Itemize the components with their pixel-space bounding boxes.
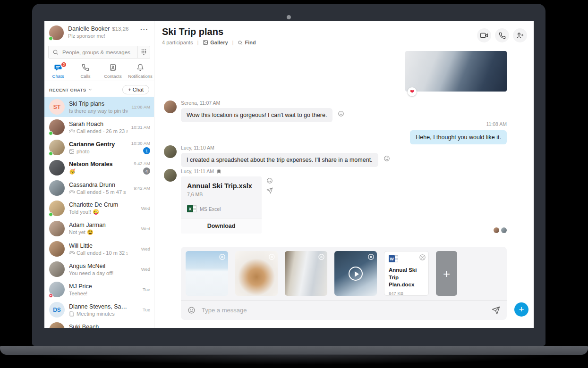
- shared-photo-ski-slope[interactable]: ❤: [405, 51, 507, 92]
- search-bar[interactable]: [48, 46, 150, 59]
- chat-name: Angus McNeil: [69, 263, 128, 269]
- add-people-button[interactable]: [513, 28, 527, 42]
- tab-chats[interactable]: 2 Chats: [44, 64, 72, 81]
- seen-by-avatars[interactable]: [494, 227, 507, 233]
- profile-row[interactable]: Danielle Booker$13,26 Plz sponsor me! ⋯: [49, 25, 149, 42]
- remove-attachment-icon[interactable]: [318, 253, 325, 260]
- avatar: [49, 180, 65, 196]
- participants-count[interactable]: 4 participants: [162, 40, 193, 45]
- remove-attachment-icon[interactable]: [219, 253, 226, 260]
- recent-chats-dropdown[interactable]: RECENT CHATS: [49, 87, 93, 92]
- add-reaction-icon[interactable]: [266, 177, 273, 184]
- tab-calls[interactable]: Calls: [72, 64, 99, 81]
- chat-preview: Meeting minutes: [77, 311, 115, 317]
- avatar: [49, 241, 65, 257]
- chat-list-item-ski-trip-plans[interactable]: ST Ski Trip plans Is there any way to pi…: [44, 97, 154, 117]
- message-bubble[interactable]: Wow this location is gorgeous! I can't w…: [181, 108, 332, 122]
- dialpad-button[interactable]: [137, 46, 150, 58]
- find-link[interactable]: Find: [238, 40, 256, 45]
- chat-list-item-carianne-gentry[interactable]: Carianne Gentry photo 10:30 AM 1: [44, 137, 154, 158]
- app-window: Danielle Booker$13,26 Plz sponsor me! ⋯ …: [44, 21, 534, 328]
- chat-preview: Call ended - 10 m 32 s: [77, 250, 128, 256]
- chat-preview: Told you!! 😜: [69, 209, 99, 215]
- chat-name: Charlotte De Crum: [69, 201, 128, 208]
- search-input[interactable]: [61, 49, 137, 56]
- remove-attachment-icon[interactable]: [419, 254, 426, 261]
- chat-list-item-will-little[interactable]: Will Little Call ended - 10 m 32 s Wed: [44, 239, 154, 259]
- chat-list-item-charlotte-de-crum[interactable]: Charlotte De Crum Told you!! 😜 Wed: [44, 198, 154, 218]
- chat-list-item-sarah-roach[interactable]: Sarah Roach Call ended - 26 m 23 s 10:31…: [44, 117, 154, 137]
- avatar[interactable]: [164, 145, 177, 158]
- chat-name: Nelson Morales: [69, 161, 128, 167]
- chat-list-item-cassandra-drunn[interactable]: Cassandra Drunn Call ended - 5 m 47 s 9:…: [44, 178, 154, 198]
- gallery-link[interactable]: Gallery: [203, 40, 228, 45]
- phone-icon: [82, 64, 89, 71]
- video-call-button[interactable]: [477, 28, 491, 42]
- emoji-picker-icon[interactable]: [187, 306, 196, 314]
- file-attachment-card[interactable]: Annual Ski Trip.xslx 7,6 MB X MS Excel D…: [181, 176, 262, 234]
- audio-call-button[interactable]: [495, 28, 509, 42]
- chat-name: Sarah Roach: [69, 121, 128, 127]
- new-actions-fab-button[interactable]: +: [514, 302, 528, 317]
- attachment-doc-card[interactable]: W Annual Ski Trip Plan.docx 847 KB: [384, 251, 429, 296]
- phone-icon: [499, 32, 506, 39]
- chat-list-item-nelson-morales[interactable]: Nelson Morales 🥳 9:42 AM 4: [44, 158, 154, 178]
- avatar[interactable]: [164, 169, 177, 182]
- chat-time: Wed: [141, 267, 150, 272]
- tab-notifications[interactable]: Notifications: [127, 64, 154, 81]
- seen-avatar: [501, 227, 507, 233]
- sidebar: Danielle Booker$13,26 Plz sponsor me! ⋯ …: [44, 21, 154, 328]
- chats-unread-badge: 2: [60, 61, 67, 68]
- avatar[interactable]: [164, 100, 177, 113]
- tab-label: Notifications: [128, 74, 153, 79]
- download-button[interactable]: Download: [181, 218, 262, 234]
- profile-name: Danielle Booker: [68, 25, 110, 32]
- chat-list-item-suki-beach[interactable]: Suki Beach Call ended - 27 m 29 s Tue: [44, 320, 154, 328]
- attachment-image-snow-trail[interactable]: [186, 251, 228, 296]
- chat-name: Adam Jarman: [69, 222, 128, 228]
- contacts-icon: [109, 64, 117, 71]
- chat-list-item-adam-jarman[interactable]: Adam Jarman Not yet 😫 Wed: [44, 218, 154, 239]
- avatar: [49, 140, 65, 155]
- plus-icon: +: [519, 305, 524, 314]
- add-reaction-icon[interactable]: [338, 110, 344, 117]
- heart-reaction-badge[interactable]: ❤: [408, 87, 417, 96]
- forward-icon[interactable]: [266, 187, 273, 194]
- photo-icon: [69, 149, 75, 154]
- add-reaction-icon[interactable]: [383, 155, 390, 162]
- file-icon: [69, 311, 75, 317]
- laptop-base: [0, 346, 588, 355]
- message-outgoing: 11:08 AM Hehe, I thought you would like …: [410, 121, 507, 144]
- doc-file-name: Annual Ski Trip Plan.docx: [389, 267, 424, 289]
- remove-attachment-icon[interactable]: [268, 253, 275, 260]
- tab-contacts[interactable]: Contacts: [99, 64, 127, 81]
- chat-time: 10:31 AM: [131, 125, 150, 130]
- attachment-image-skis[interactable]: [285, 251, 327, 296]
- chat-time: Wed: [141, 206, 150, 211]
- attachment-video-mountain[interactable]: [334, 251, 377, 296]
- call-ended-icon: [69, 128, 76, 134]
- message-incoming-lucy-file: Lucy, 11:11 AM Annual Ski Trip.xslx 7,6 …: [164, 168, 273, 234]
- chat-name: Cassandra Drunn: [69, 182, 128, 188]
- chat-list-item-mj-price[interactable]: MJ Price Teehee! Tue: [44, 279, 154, 300]
- nav-tabs: 2 Chats Calls Contacts Notifications: [44, 64, 154, 81]
- more-options-icon[interactable]: ⋯: [139, 25, 149, 34]
- remove-attachment-icon[interactable]: [367, 253, 375, 260]
- attachment-image-dog[interactable]: [235, 251, 278, 296]
- unread-badge: 4: [143, 167, 150, 175]
- chat-list-item-dianne-stevens-sarah-roach[interactable]: DS Dianne Stevens, Sarah Roach Meeting m…: [44, 300, 154, 320]
- gallery-icon: [203, 40, 208, 45]
- message-bubble[interactable]: Hehe, I thought you would like it.: [410, 130, 507, 144]
- avatar[interactable]: [49, 25, 64, 40]
- presence-online-icon: [49, 151, 53, 156]
- send-icon[interactable]: [492, 306, 500, 315]
- new-chat-button[interactable]: + Chat: [122, 85, 149, 94]
- message-input[interactable]: [201, 306, 492, 314]
- chat-list-item-angus-mcneil[interactable]: Angus McNeil You need a day off! Wed: [44, 259, 154, 279]
- bookmark-icon[interactable]: [216, 169, 222, 174]
- add-attachment-tile[interactable]: +: [436, 251, 457, 296]
- avatar: [49, 160, 65, 176]
- bell-icon: [136, 64, 144, 71]
- message-bubble[interactable]: I created a spreadsheet about the trip e…: [181, 153, 378, 167]
- chat-time: 10:30 AM: [131, 141, 150, 146]
